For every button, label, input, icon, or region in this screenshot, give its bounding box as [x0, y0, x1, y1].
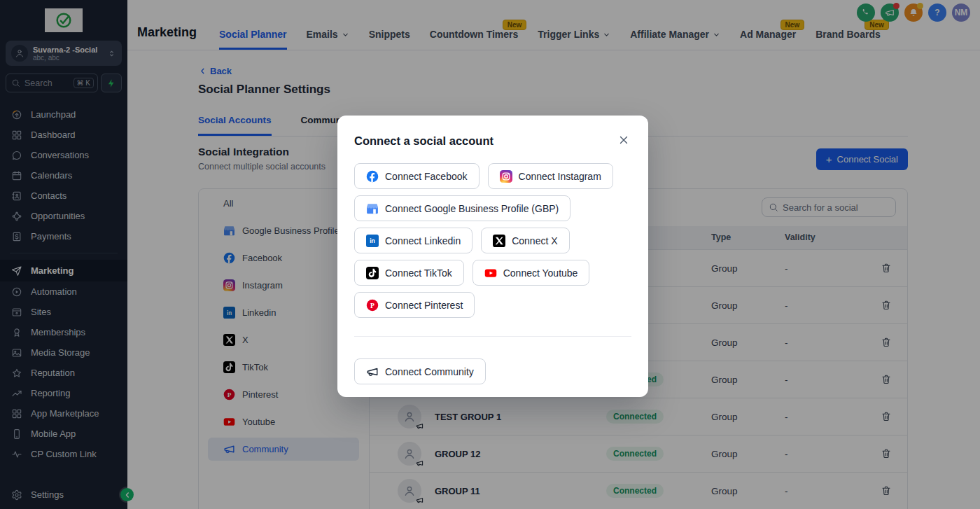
connect-google-business-profile-gbp-button[interactable]: Connect Google Business Profile (GBP): [354, 195, 570, 221]
gbp-icon: [366, 202, 379, 215]
connect-community-label: Connect Community: [385, 366, 474, 377]
connect-button-label: Connect Pinterest: [385, 300, 463, 311]
svg-text:in: in: [370, 237, 375, 244]
tiktok-icon: [366, 267, 379, 279]
close-icon[interactable]: [616, 132, 631, 148]
community-section: Connect Community: [354, 358, 631, 384]
connect-x-button[interactable]: Connect X: [481, 228, 569, 253]
connect-button-label: Connect TikTok: [385, 267, 452, 279]
instagram-icon: [500, 170, 512, 183]
connect-button-label: Connect X: [512, 235, 557, 246]
connect-button-label: Connect Youtube: [503, 267, 578, 279]
pinterest-icon: P: [366, 299, 379, 312]
linkedin-icon: in: [366, 235, 379, 247]
connect-instagram-button[interactable]: Connect Instagram: [488, 163, 613, 189]
facebook-icon: [366, 170, 379, 183]
community-megaphone-icon: [366, 365, 379, 378]
app-root: Suvarna-2 -Social abc, abc Search ⌘ K La…: [0, 0, 980, 509]
connect-button-label: Connect Facebook: [385, 171, 468, 182]
connect-button-label: Connect Google Business Profile (GBP): [385, 203, 559, 214]
modal-header: Connect a social account: [354, 132, 631, 150]
connect-facebook-button[interactable]: Connect Facebook: [354, 163, 479, 189]
connect-youtube-button[interactable]: Connect Youtube: [472, 260, 590, 286]
connect-button-label: Connect Instagram: [519, 171, 601, 182]
connect-button-label: Connect Linkedin: [385, 235, 461, 246]
modal-divider: [354, 336, 631, 337]
connect-tiktok-button[interactable]: Connect TikTok: [354, 260, 464, 286]
x-icon: [493, 235, 505, 247]
connect-social-modal: Connect a social account Connect Faceboo…: [337, 116, 648, 397]
connect-pinterest-button[interactable]: PConnect Pinterest: [354, 292, 475, 318]
svg-text:P: P: [370, 301, 374, 309]
youtube-icon: [484, 267, 497, 279]
modal-connect-buttons: Connect FacebookConnect InstagramConnect…: [354, 163, 631, 318]
connect-community-button[interactable]: Connect Community: [354, 358, 486, 384]
modal-title: Connect a social account: [354, 132, 493, 150]
connect-linkedin-button[interactable]: inConnect Linkedin: [354, 228, 472, 253]
